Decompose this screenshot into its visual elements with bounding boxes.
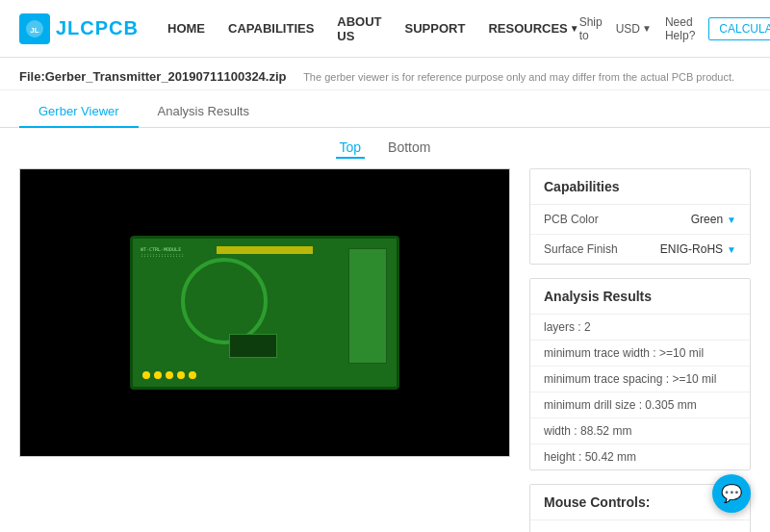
analysis-item-0: layers : 2 bbox=[530, 315, 750, 341]
topbar-actions: CALCULATE 🛒 CART 1 | LOGIN | REGISTER bbox=[708, 17, 770, 40]
pcb-circle bbox=[181, 258, 268, 344]
analysis-item-5: height : 50.42 mm bbox=[530, 444, 750, 469]
topbar-left: JL JLCPCB HOME CAPABILITIES ABOUT US SUP… bbox=[19, 11, 579, 47]
logo[interactable]: JL JLCPCB bbox=[19, 13, 139, 44]
need-help[interactable]: Need Help? bbox=[665, 15, 695, 42]
analysis-item-1: minimum trace width : >=10 mil bbox=[530, 341, 750, 367]
analysis-title: Analysis Results bbox=[530, 279, 750, 315]
tab-gerber-viewer[interactable]: Gerber Viewer bbox=[19, 96, 139, 128]
analysis-item-4: width : 88.52 mm bbox=[530, 418, 750, 444]
file-name: File:Gerber_Transmitter_20190711100324.z… bbox=[19, 69, 287, 84]
calculate-button[interactable]: CALCULATE bbox=[708, 17, 770, 40]
view-toggle: Top Bottom bbox=[0, 128, 770, 168]
pcb-connector bbox=[348, 248, 387, 364]
pcb-dot bbox=[189, 371, 196, 379]
pcb-viewer[interactable]: WT-CTRL-MODULE ::::::::::::::: bbox=[19, 168, 510, 457]
mouse-controls-content: move - Left mouse button + drag Zoom - S… bbox=[530, 520, 750, 532]
main-content: WT-CTRL-MODULE ::::::::::::::: Capabilit… bbox=[0, 168, 770, 532]
tab-analysis-results[interactable]: Analysis Results bbox=[139, 96, 269, 128]
chat-icon: 💬 bbox=[721, 483, 742, 504]
topbar-right: Ship to USD ▼ Need Help? CALCULATE 🛒 CAR… bbox=[579, 15, 770, 42]
pcb-bottom-row bbox=[142, 371, 196, 379]
chevron-down-icon: ▼ bbox=[642, 23, 652, 34]
pcb-board: WT-CTRL-MODULE ::::::::::::::: bbox=[130, 236, 399, 390]
capabilities-panel: Capabilities PCB Color Green ▼ Surface F… bbox=[529, 168, 751, 265]
analysis-panel: Analysis Results layers : 2 minimum trac… bbox=[529, 278, 751, 470]
file-bar: File:Gerber_Transmitter_20190711100324.z… bbox=[0, 58, 770, 90]
capabilities-title: Capabilities bbox=[530, 169, 750, 205]
svg-text:JL: JL bbox=[30, 26, 38, 35]
analysis-item-2: minimum trace spacing : >=10 mil bbox=[530, 367, 750, 393]
view-top-button[interactable]: Top bbox=[336, 138, 366, 159]
surface-finish-row: Surface Finish ENIG-RoHS ▼ bbox=[530, 235, 750, 264]
chat-button[interactable]: 💬 bbox=[712, 474, 751, 513]
pcb-text-area: WT-CTRL-MODULE ::::::::::::::: bbox=[141, 246, 184, 258]
pcb-chip bbox=[229, 334, 277, 358]
view-bottom-button[interactable]: Bottom bbox=[384, 138, 434, 159]
nav-about[interactable]: ABOUT US bbox=[337, 11, 381, 47]
chevron-down-icon: ▼ bbox=[727, 215, 736, 225]
tab-row: Gerber Viewer Analysis Results bbox=[0, 90, 770, 128]
pcb-dot bbox=[154, 371, 162, 379]
pcb-dot bbox=[142, 371, 150, 379]
file-note: The gerber viewer is for reference purpo… bbox=[303, 71, 734, 83]
nav-home[interactable]: HOME bbox=[167, 17, 205, 39]
nav-capabilities[interactable]: CAPABILITIES bbox=[228, 17, 314, 39]
analysis-item-3: minimum drill size : 0.305 mm bbox=[530, 393, 750, 418]
nav-resources[interactable]: RESOURCES ▼ bbox=[488, 17, 578, 39]
mouse-item-0: move - Left mouse button + drag bbox=[544, 528, 736, 532]
main-nav: HOME CAPABILITIES ABOUT US SUPPORT RESOU… bbox=[167, 11, 579, 47]
pcb-header-strip bbox=[217, 246, 313, 254]
pcb-color-label: PCB Color bbox=[544, 213, 599, 226]
pcb-dot bbox=[166, 371, 173, 379]
ship-to[interactable]: Ship to bbox=[579, 15, 603, 42]
nav-support[interactable]: SUPPORT bbox=[405, 17, 466, 39]
surface-finish-value[interactable]: ENIG-RoHS ▼ bbox=[660, 242, 736, 256]
logo-text: JLCPCB bbox=[56, 17, 139, 39]
currency-selector[interactable]: USD ▼ bbox=[616, 22, 652, 36]
side-panel: Capabilities PCB Color Green ▼ Surface F… bbox=[510, 168, 751, 532]
pcb-dot bbox=[177, 371, 185, 379]
chevron-down-icon: ▼ bbox=[570, 23, 579, 34]
pcb-color-value[interactable]: Green ▼ bbox=[691, 213, 736, 226]
pcb-color-row: PCB Color Green ▼ bbox=[530, 205, 750, 235]
topbar: JL JLCPCB HOME CAPABILITIES ABOUT US SUP… bbox=[0, 0, 770, 58]
surface-finish-label: Surface Finish bbox=[544, 242, 618, 256]
logo-icon: JL bbox=[19, 13, 50, 44]
chevron-down-icon: ▼ bbox=[727, 244, 736, 255]
